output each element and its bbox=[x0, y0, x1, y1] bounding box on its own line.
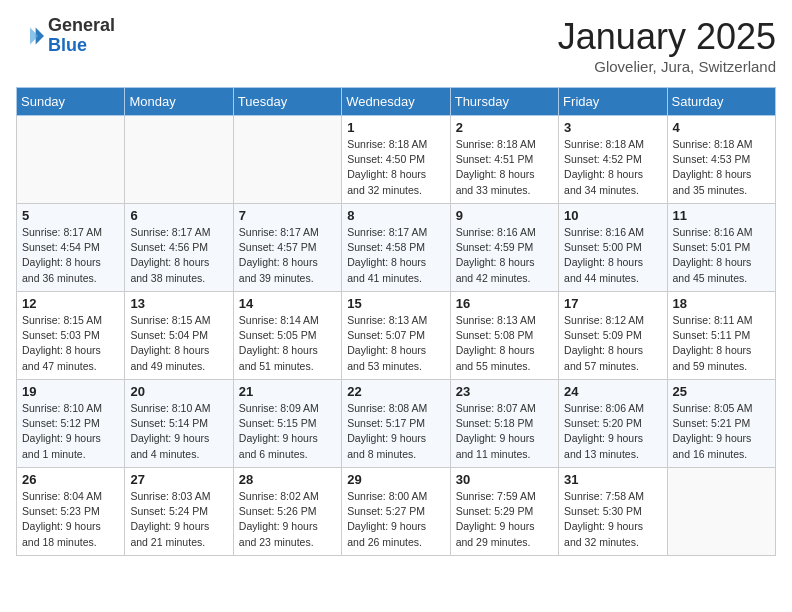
calendar-cell: 5Sunrise: 8:17 AMSunset: 4:54 PMDaylight… bbox=[17, 204, 125, 292]
calendar-cell bbox=[125, 116, 233, 204]
calendar-cell bbox=[667, 468, 775, 556]
calendar-cell bbox=[233, 116, 341, 204]
day-number: 23 bbox=[456, 384, 553, 399]
day-info: Sunrise: 8:07 AMSunset: 5:18 PMDaylight:… bbox=[456, 401, 553, 462]
day-number: 5 bbox=[22, 208, 119, 223]
weekday-header-thursday: Thursday bbox=[450, 88, 558, 116]
calendar-cell: 24Sunrise: 8:06 AMSunset: 5:20 PMDayligh… bbox=[559, 380, 667, 468]
day-info: Sunrise: 8:05 AMSunset: 5:21 PMDaylight:… bbox=[673, 401, 770, 462]
calendar-cell: 23Sunrise: 8:07 AMSunset: 5:18 PMDayligh… bbox=[450, 380, 558, 468]
day-info: Sunrise: 8:08 AMSunset: 5:17 PMDaylight:… bbox=[347, 401, 444, 462]
day-number: 8 bbox=[347, 208, 444, 223]
calendar-cell: 16Sunrise: 8:13 AMSunset: 5:08 PMDayligh… bbox=[450, 292, 558, 380]
page-header: General Blue January 2025 Glovelier, Jur… bbox=[16, 16, 776, 75]
day-number: 9 bbox=[456, 208, 553, 223]
day-info: Sunrise: 8:12 AMSunset: 5:09 PMDaylight:… bbox=[564, 313, 661, 374]
day-info: Sunrise: 8:10 AMSunset: 5:12 PMDaylight:… bbox=[22, 401, 119, 462]
day-info: Sunrise: 8:17 AMSunset: 4:56 PMDaylight:… bbox=[130, 225, 227, 286]
calendar-cell: 26Sunrise: 8:04 AMSunset: 5:23 PMDayligh… bbox=[17, 468, 125, 556]
day-info: Sunrise: 8:09 AMSunset: 5:15 PMDaylight:… bbox=[239, 401, 336, 462]
logo-blue-text: Blue bbox=[48, 35, 87, 55]
day-info: Sunrise: 8:18 AMSunset: 4:51 PMDaylight:… bbox=[456, 137, 553, 198]
calendar-cell: 22Sunrise: 8:08 AMSunset: 5:17 PMDayligh… bbox=[342, 380, 450, 468]
day-number: 25 bbox=[673, 384, 770, 399]
calendar-cell: 8Sunrise: 8:17 AMSunset: 4:58 PMDaylight… bbox=[342, 204, 450, 292]
day-number: 15 bbox=[347, 296, 444, 311]
calendar-cell: 19Sunrise: 8:10 AMSunset: 5:12 PMDayligh… bbox=[17, 380, 125, 468]
calendar-cell: 10Sunrise: 8:16 AMSunset: 5:00 PMDayligh… bbox=[559, 204, 667, 292]
weekday-header-saturday: Saturday bbox=[667, 88, 775, 116]
logo-general-text: General bbox=[48, 15, 115, 35]
calendar-cell: 15Sunrise: 8:13 AMSunset: 5:07 PMDayligh… bbox=[342, 292, 450, 380]
day-info: Sunrise: 8:10 AMSunset: 5:14 PMDaylight:… bbox=[130, 401, 227, 462]
calendar-cell: 29Sunrise: 8:00 AMSunset: 5:27 PMDayligh… bbox=[342, 468, 450, 556]
day-number: 6 bbox=[130, 208, 227, 223]
day-number: 4 bbox=[673, 120, 770, 135]
day-info: Sunrise: 8:11 AMSunset: 5:11 PMDaylight:… bbox=[673, 313, 770, 374]
day-number: 28 bbox=[239, 472, 336, 487]
day-number: 3 bbox=[564, 120, 661, 135]
day-info: Sunrise: 8:15 AMSunset: 5:04 PMDaylight:… bbox=[130, 313, 227, 374]
day-number: 11 bbox=[673, 208, 770, 223]
day-number: 14 bbox=[239, 296, 336, 311]
calendar-table: SundayMondayTuesdayWednesdayThursdayFrid… bbox=[16, 87, 776, 556]
calendar-cell: 12Sunrise: 8:15 AMSunset: 5:03 PMDayligh… bbox=[17, 292, 125, 380]
day-info: Sunrise: 8:06 AMSunset: 5:20 PMDaylight:… bbox=[564, 401, 661, 462]
calendar-cell: 21Sunrise: 8:09 AMSunset: 5:15 PMDayligh… bbox=[233, 380, 341, 468]
calendar-cell: 13Sunrise: 8:15 AMSunset: 5:04 PMDayligh… bbox=[125, 292, 233, 380]
calendar-cell: 27Sunrise: 8:03 AMSunset: 5:24 PMDayligh… bbox=[125, 468, 233, 556]
day-info: Sunrise: 8:17 AMSunset: 4:57 PMDaylight:… bbox=[239, 225, 336, 286]
day-number: 22 bbox=[347, 384, 444, 399]
day-info: Sunrise: 8:02 AMSunset: 5:26 PMDaylight:… bbox=[239, 489, 336, 550]
day-info: Sunrise: 8:16 AMSunset: 5:00 PMDaylight:… bbox=[564, 225, 661, 286]
day-info: Sunrise: 8:17 AMSunset: 4:58 PMDaylight:… bbox=[347, 225, 444, 286]
calendar-cell: 17Sunrise: 8:12 AMSunset: 5:09 PMDayligh… bbox=[559, 292, 667, 380]
day-number: 13 bbox=[130, 296, 227, 311]
day-info: Sunrise: 8:17 AMSunset: 4:54 PMDaylight:… bbox=[22, 225, 119, 286]
day-info: Sunrise: 8:13 AMSunset: 5:08 PMDaylight:… bbox=[456, 313, 553, 374]
weekday-header-wednesday: Wednesday bbox=[342, 88, 450, 116]
day-info: Sunrise: 8:04 AMSunset: 5:23 PMDaylight:… bbox=[22, 489, 119, 550]
calendar-cell: 14Sunrise: 8:14 AMSunset: 5:05 PMDayligh… bbox=[233, 292, 341, 380]
day-info: Sunrise: 8:16 AMSunset: 5:01 PMDaylight:… bbox=[673, 225, 770, 286]
weekday-header-sunday: Sunday bbox=[17, 88, 125, 116]
calendar-cell: 18Sunrise: 8:11 AMSunset: 5:11 PMDayligh… bbox=[667, 292, 775, 380]
calendar-cell: 31Sunrise: 7:58 AMSunset: 5:30 PMDayligh… bbox=[559, 468, 667, 556]
calendar-cell: 7Sunrise: 8:17 AMSunset: 4:57 PMDaylight… bbox=[233, 204, 341, 292]
calendar-cell: 25Sunrise: 8:05 AMSunset: 5:21 PMDayligh… bbox=[667, 380, 775, 468]
day-info: Sunrise: 8:03 AMSunset: 5:24 PMDaylight:… bbox=[130, 489, 227, 550]
logo: General Blue bbox=[16, 16, 115, 56]
day-info: Sunrise: 8:18 AMSunset: 4:53 PMDaylight:… bbox=[673, 137, 770, 198]
calendar-cell: 6Sunrise: 8:17 AMSunset: 4:56 PMDaylight… bbox=[125, 204, 233, 292]
day-number: 18 bbox=[673, 296, 770, 311]
day-number: 19 bbox=[22, 384, 119, 399]
weekday-header-friday: Friday bbox=[559, 88, 667, 116]
calendar-cell: 30Sunrise: 7:59 AMSunset: 5:29 PMDayligh… bbox=[450, 468, 558, 556]
day-info: Sunrise: 8:13 AMSunset: 5:07 PMDaylight:… bbox=[347, 313, 444, 374]
day-number: 12 bbox=[22, 296, 119, 311]
day-number: 16 bbox=[456, 296, 553, 311]
day-number: 31 bbox=[564, 472, 661, 487]
calendar-cell: 11Sunrise: 8:16 AMSunset: 5:01 PMDayligh… bbox=[667, 204, 775, 292]
day-number: 20 bbox=[130, 384, 227, 399]
day-info: Sunrise: 7:58 AMSunset: 5:30 PMDaylight:… bbox=[564, 489, 661, 550]
month-title: January 2025 bbox=[558, 16, 776, 58]
day-info: Sunrise: 8:18 AMSunset: 4:50 PMDaylight:… bbox=[347, 137, 444, 198]
calendar-cell: 3Sunrise: 8:18 AMSunset: 4:52 PMDaylight… bbox=[559, 116, 667, 204]
day-info: Sunrise: 8:18 AMSunset: 4:52 PMDaylight:… bbox=[564, 137, 661, 198]
day-number: 2 bbox=[456, 120, 553, 135]
day-number: 26 bbox=[22, 472, 119, 487]
day-info: Sunrise: 8:16 AMSunset: 4:59 PMDaylight:… bbox=[456, 225, 553, 286]
calendar-cell: 28Sunrise: 8:02 AMSunset: 5:26 PMDayligh… bbox=[233, 468, 341, 556]
day-info: Sunrise: 7:59 AMSunset: 5:29 PMDaylight:… bbox=[456, 489, 553, 550]
day-info: Sunrise: 8:15 AMSunset: 5:03 PMDaylight:… bbox=[22, 313, 119, 374]
calendar-cell: 2Sunrise: 8:18 AMSunset: 4:51 PMDaylight… bbox=[450, 116, 558, 204]
day-number: 29 bbox=[347, 472, 444, 487]
calendar-cell bbox=[17, 116, 125, 204]
day-number: 17 bbox=[564, 296, 661, 311]
weekday-header-tuesday: Tuesday bbox=[233, 88, 341, 116]
day-number: 24 bbox=[564, 384, 661, 399]
calendar-cell: 20Sunrise: 8:10 AMSunset: 5:14 PMDayligh… bbox=[125, 380, 233, 468]
day-info: Sunrise: 8:14 AMSunset: 5:05 PMDaylight:… bbox=[239, 313, 336, 374]
day-number: 27 bbox=[130, 472, 227, 487]
